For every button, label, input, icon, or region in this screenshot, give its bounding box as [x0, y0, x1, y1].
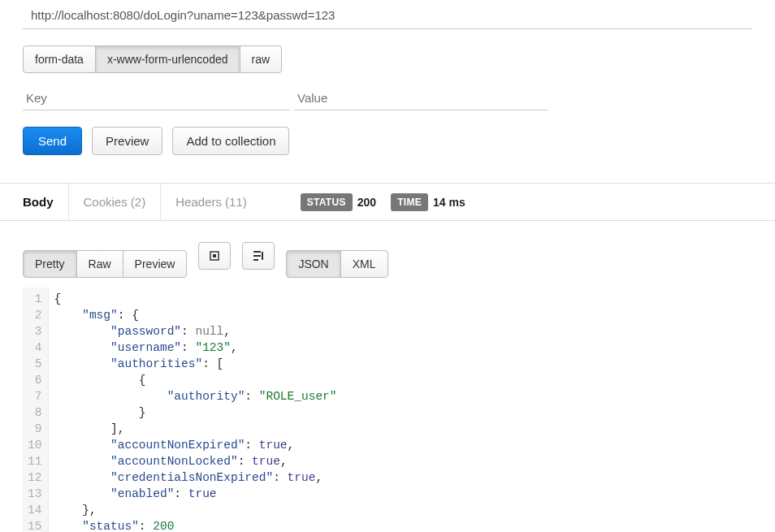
wrap-lines-button[interactable]: [242, 242, 275, 270]
format-mode-group-item[interactable]: JSON: [286, 250, 340, 278]
add-to-collection-button[interactable]: Add to collection: [172, 127, 289, 155]
param-value-input[interactable]: [294, 86, 548, 110]
view-mode-group: PrettyRawPreview: [23, 250, 187, 278]
view-mode-group-item[interactable]: Raw: [76, 250, 123, 278]
response-code[interactable]: { "msg": { "password": null, "username":…: [49, 288, 336, 532]
tab-headers[interactable]: Headers (11): [160, 184, 262, 220]
tab-cookies[interactable]: Cookies (2): [68, 184, 161, 220]
format-mode-group-item[interactable]: XML: [340, 250, 388, 278]
param-key-input[interactable]: [23, 86, 291, 110]
actions-row: Send Preview Add to collection: [23, 127, 752, 155]
time-value: 14 ms: [433, 196, 465, 209]
status-code: 200: [357, 196, 376, 209]
body-type-group-item[interactable]: raw: [240, 45, 283, 73]
status-label: STATUS: [301, 193, 353, 211]
status-block: STATUS 200 TIME 14 ms: [301, 193, 480, 211]
format-mode-group: JSONXML: [286, 250, 388, 278]
response-toolbar: PrettyRawPreview JSONXML: [23, 234, 752, 278]
time-label: TIME: [391, 193, 428, 211]
body-type-group-item[interactable]: form-data: [23, 45, 96, 73]
response-tabs: Body Cookies (2) Headers (11) STATUS 200…: [0, 183, 775, 221]
send-button[interactable]: Send: [23, 127, 82, 155]
body-type-group: form-datax-www-form-urlencodedraw: [23, 45, 282, 73]
svg-rect-1: [213, 254, 216, 257]
param-row: [23, 86, 752, 110]
body-type-group-item[interactable]: x-www-form-urlencoded: [95, 45, 240, 73]
tab-body[interactable]: Body: [0, 184, 68, 220]
preview-button[interactable]: Preview: [92, 127, 162, 155]
view-mode-group-item[interactable]: Preview: [123, 250, 188, 278]
line-gutter: 12345678910111213141516: [23, 288, 49, 532]
view-mode-group-item[interactable]: Pretty: [23, 250, 77, 278]
url-input[interactable]: [23, 3, 752, 29]
wrap-lines-icon: [252, 249, 265, 262]
response-body-viewer: 12345678910111213141516 { "msg": { "pass…: [23, 288, 752, 532]
fullscreen-icon: [208, 249, 221, 262]
fullscreen-button[interactable]: [198, 242, 231, 270]
